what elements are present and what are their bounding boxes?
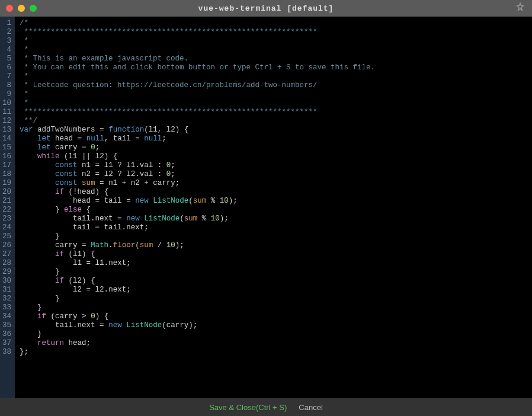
code-line[interactable]: **/ (20, 117, 527, 126)
line-number: 17 (2, 161, 11, 170)
code-editor[interactable]: 1234567891011121314151617181920212223242… (0, 17, 532, 398)
save-close-button[interactable]: Save & Close(Ctrl + S) (209, 403, 287, 412)
code-line[interactable]: tail.next = new ListNode(carry); (20, 321, 527, 330)
line-number: 29 (2, 268, 11, 277)
line-gutter: 1234567891011121314151617181920212223242… (0, 17, 15, 398)
line-number: 18 (2, 170, 11, 179)
line-number: 20 (2, 188, 11, 197)
line-number: 7 (2, 72, 11, 81)
terminal-window: vue-web-terminal [default] 1234567891011… (0, 0, 532, 416)
line-number: 11 (2, 108, 11, 117)
line-number: 38 (2, 348, 11, 357)
line-number: 37 (2, 339, 11, 348)
code-line[interactable]: var addTwoNumbers = function(l1, l2) { (20, 126, 527, 135)
code-line[interactable]: }; (20, 348, 527, 357)
code-line[interactable]: const n2 = l2 ? l2.val : 0; (20, 170, 527, 179)
line-number: 12 (2, 117, 11, 126)
footer-bar: Save & Close(Ctrl + S) Cancel (0, 398, 532, 416)
code-line[interactable]: * This is an example javascript code. (20, 55, 527, 63)
code-line[interactable]: ****************************************… (20, 28, 527, 37)
line-number: 35 (2, 321, 11, 330)
cancel-button[interactable]: Cancel (299, 403, 322, 412)
code-line[interactable]: * Leetcode question: https://leetcode.cn… (20, 81, 527, 90)
line-number: 24 (2, 223, 11, 232)
code-line[interactable]: } (20, 232, 527, 241)
line-number: 10 (2, 99, 11, 108)
code-line[interactable]: * You can edit this and click bottom but… (20, 63, 527, 72)
code-line[interactable]: l2 = l2.next; (20, 286, 527, 295)
line-number: 33 (2, 303, 11, 312)
traffic-lights (6, 5, 37, 12)
minimize-button[interactable] (18, 5, 25, 12)
line-number: 30 (2, 277, 11, 286)
code-line[interactable]: if (l1) { (20, 250, 527, 259)
code-line[interactable]: * (20, 99, 527, 108)
code-line[interactable]: const n1 = l1 ? l1.val : 0; (20, 161, 527, 170)
line-number: 25 (2, 232, 11, 241)
code-line[interactable]: } (20, 295, 527, 303)
maximize-button[interactable] (30, 5, 37, 12)
code-line[interactable]: carry = Math.floor(sum / 10); (20, 241, 527, 250)
code-line[interactable]: } else { (20, 206, 527, 215)
line-number: 3 (2, 37, 11, 46)
code-line[interactable]: if (l2) { (20, 277, 527, 286)
code-line[interactable]: } (20, 330, 527, 339)
code-line[interactable]: let carry = 0; (20, 143, 527, 152)
line-number: 28 (2, 259, 11, 268)
code-line[interactable]: l1 = l1.next; (20, 259, 527, 268)
line-number: 32 (2, 295, 11, 303)
line-number: 26 (2, 241, 11, 250)
code-line[interactable]: const sum = n1 + n2 + carry; (20, 179, 527, 188)
line-number: 9 (2, 90, 11, 99)
line-number: 1 (2, 19, 11, 28)
line-number: 36 (2, 330, 11, 339)
code-line[interactable]: tail.next = new ListNode(sum % 10); (20, 215, 527, 223)
line-number: 21 (2, 197, 11, 206)
titlebar[interactable]: vue-web-terminal [default] (0, 0, 532, 17)
code-area[interactable]: /* *************************************… (15, 17, 532, 398)
line-number: 22 (2, 206, 11, 215)
line-number: 16 (2, 152, 11, 161)
code-line[interactable]: * (20, 37, 527, 46)
code-line[interactable]: } (20, 303, 527, 312)
code-line[interactable]: * (20, 72, 527, 81)
code-line[interactable]: * (20, 90, 527, 99)
code-line[interactable]: if (!head) { (20, 188, 527, 197)
pin-icon[interactable] (515, 2, 525, 15)
line-number: 8 (2, 81, 11, 90)
line-number: 27 (2, 250, 11, 259)
close-button[interactable] (6, 5, 13, 12)
line-number: 31 (2, 286, 11, 295)
code-line[interactable]: } (20, 268, 527, 277)
code-line[interactable]: if (carry > 0) { (20, 312, 527, 321)
line-number: 14 (2, 135, 11, 143)
code-line[interactable]: * (20, 46, 527, 55)
line-number: 34 (2, 312, 11, 321)
code-line[interactable]: while (l1 || l2) { (20, 152, 527, 161)
code-line[interactable]: /* (20, 19, 527, 28)
code-line[interactable]: tail = tail.next; (20, 223, 527, 232)
code-line[interactable]: return head; (20, 339, 527, 348)
line-number: 19 (2, 179, 11, 188)
code-line[interactable]: head = tail = new ListNode(sum % 10); (20, 197, 527, 206)
code-line[interactable]: ****************************************… (20, 108, 527, 117)
line-number: 5 (2, 55, 11, 63)
line-number: 2 (2, 28, 11, 37)
line-number: 4 (2, 46, 11, 55)
window-title: vue-web-terminal [default] (198, 4, 334, 13)
line-number: 23 (2, 215, 11, 223)
code-line[interactable]: let head = null, tail = null; (20, 135, 527, 143)
line-number: 13 (2, 126, 11, 135)
line-number: 6 (2, 63, 11, 72)
line-number: 15 (2, 143, 11, 152)
